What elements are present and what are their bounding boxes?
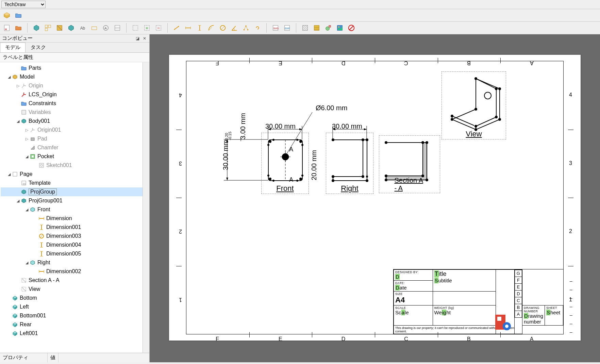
tool-page-icon[interactable]	[2, 23, 12, 33]
svg-rect-7	[92, 27, 97, 30]
tree-item-variables[interactable]: Variables	[1, 108, 149, 117]
tool-section-icon[interactable]	[55, 23, 64, 33]
panel-undock-icon[interactable]: ◪	[135, 36, 140, 41]
tree-item-chamfer[interactable]: Chamfer	[1, 143, 149, 152]
tree-item-left001[interactable]: Left001	[1, 329, 149, 338]
tree-item-parts[interactable]: Parts	[1, 64, 149, 72]
tool-clip-add-icon[interactable]: +	[142, 23, 152, 33]
tab-task[interactable]: タスク	[26, 43, 51, 52]
svg-point-108	[362, 175, 364, 178]
tree-item-template[interactable]: Template	[1, 179, 149, 187]
toggle-frame-icon[interactable]	[347, 23, 356, 33]
dim-angle3pt-icon[interactable]	[241, 23, 251, 33]
tree-item-projgroup[interactable]: ProjGroup	[1, 187, 149, 196]
dim-hole[interactable]: Ø6.00 mm	[316, 104, 347, 112]
tree-header: ラベルと属性	[0, 53, 149, 62]
tool-view-icon[interactable]	[32, 23, 41, 33]
folder-icon[interactable]	[14, 11, 23, 20]
svg-rect-45	[22, 110, 26, 114]
dim-angle-icon[interactable]	[230, 23, 239, 33]
svg-rect-49	[39, 163, 44, 167]
dim-link-icon[interactable]	[253, 23, 262, 33]
tree-item-bottom001[interactable]: Bottom001	[1, 311, 149, 320]
title-block: DESIGNED BY:D TitleSubtitle	[393, 269, 563, 334]
svg-point-132	[451, 115, 453, 117]
svg-line-61	[40, 234, 43, 238]
dim-radius-icon[interactable]	[206, 23, 216, 33]
export-svg-icon[interactable]: SVG	[271, 23, 280, 33]
tab-model[interactable]: モデル	[0, 43, 26, 52]
svg-rect-1	[5, 29, 7, 30]
freecad-logo-icon	[493, 312, 513, 332]
svg-text:Ab: Ab	[80, 26, 85, 31]
svg-marker-111	[333, 128, 335, 130]
model-tree[interactable]: Parts◢Model▷OriginLCS_OriginConstraintsV…	[0, 62, 149, 353]
symbol-icon[interactable]	[323, 23, 333, 33]
tool-arch-icon[interactable]: A	[101, 23, 111, 33]
tree-item-projgroup001[interactable]: ◢ProjGroup001	[1, 196, 149, 205]
tree-item-sketch001[interactable]: Sketch001	[1, 161, 149, 170]
tool-detail-icon[interactable]	[66, 23, 76, 33]
svg-point-120	[385, 175, 387, 177]
svg-rect-4	[45, 28, 48, 31]
toolbar-row-2: Ab A + − SVG DXF	[0, 22, 600, 34]
tool-multiview-icon[interactable]	[43, 23, 53, 33]
view-section[interactable]: Section A - A	[379, 135, 440, 193]
tree-item-bottom[interactable]: Bottom	[1, 294, 149, 302]
tool-annotation-icon[interactable]: Ab	[78, 23, 87, 33]
tree-item-dimension005[interactable]: Dimension005	[1, 249, 149, 258]
tree-item-dimension004[interactable]: Dimension004	[1, 241, 149, 249]
tool-clip-icon[interactable]	[131, 23, 140, 33]
tree-item-dimension001[interactable]: Dimension001	[1, 223, 149, 232]
tree-item-body001[interactable]: ◢Body001	[1, 117, 149, 126]
tree-item-rear[interactable]: Rear	[1, 320, 149, 329]
image-icon[interactable]	[335, 23, 345, 33]
view-iso[interactable]: View	[441, 71, 506, 139]
hatch-icon[interactable]	[300, 23, 310, 33]
tree-item-page[interactable]: ◢Page	[1, 170, 149, 179]
tree-item-view[interactable]: View	[1, 285, 149, 294]
tree-item-right[interactable]: ◢Right	[1, 258, 149, 267]
workbench-selector[interactable]: TechDraw	[1, 1, 46, 8]
svg-point-136	[505, 325, 509, 328]
tree-item-origin001[interactable]: ▷Origin001	[1, 126, 149, 134]
tree-item-section-a-a[interactable]: Section A - A	[1, 276, 149, 285]
svg-point-115	[385, 141, 387, 144]
svg-point-104	[362, 138, 364, 141]
tree-item-constraints[interactable]: Constraints	[1, 99, 149, 108]
panel-close-icon[interactable]: ✕	[142, 36, 147, 41]
svg-marker-93	[299, 128, 302, 130]
view-right[interactable]: Right	[326, 133, 373, 194]
tool-open-icon[interactable]	[14, 23, 23, 33]
dim-diameter-icon[interactable]	[218, 23, 228, 33]
drawing-canvas[interactable]: FEDCBA FEDCBA 4321 4321	[150, 34, 600, 362]
tree-item-front[interactable]: ◢Front	[1, 205, 149, 214]
export-dxf-icon[interactable]: DXF	[282, 23, 292, 33]
tree-item-pocket[interactable]: ◢Pocket	[1, 152, 149, 161]
svg-marker-100	[226, 178, 228, 180]
new-part-icon[interactable]	[2, 11, 12, 20]
tree-item-origin[interactable]: ▷Origin	[1, 81, 149, 90]
tool-spreadsheet-icon[interactable]	[113, 23, 122, 33]
tree-item-pad[interactable]: ▷Pad	[1, 134, 149, 143]
toolbar-row-1	[0, 9, 600, 22]
tree-item-dimension003[interactable]: Dimension003	[1, 232, 149, 241]
tree-item-dimension[interactable]: Dimension	[1, 214, 149, 223]
dim-horizontal-icon[interactable]	[183, 23, 193, 33]
tree-item-lcs-origin[interactable]: LCS_Origin	[1, 90, 149, 99]
svg-rect-40	[329, 26, 331, 28]
dim-vertical-icon[interactable]	[195, 23, 204, 33]
tree-scrollbar[interactable]	[143, 62, 149, 353]
tree-item-model[interactable]: ◢Model	[1, 72, 149, 81]
dim-length-icon[interactable]	[172, 23, 181, 33]
tree-item-dimension002[interactable]: Dimension002	[1, 267, 149, 276]
tool-clip-remove-icon[interactable]: −	[154, 23, 163, 33]
svg-point-42	[338, 26, 339, 28]
svg-point-102	[332, 138, 334, 141]
tool-draft-icon[interactable]	[89, 23, 99, 33]
svg-point-109	[366, 176, 368, 178]
svg-point-107	[332, 175, 334, 178]
tree-item-left[interactable]: Left	[1, 302, 149, 311]
svg-point-128	[474, 108, 477, 111]
geom-hatch-icon[interactable]	[312, 23, 321, 33]
